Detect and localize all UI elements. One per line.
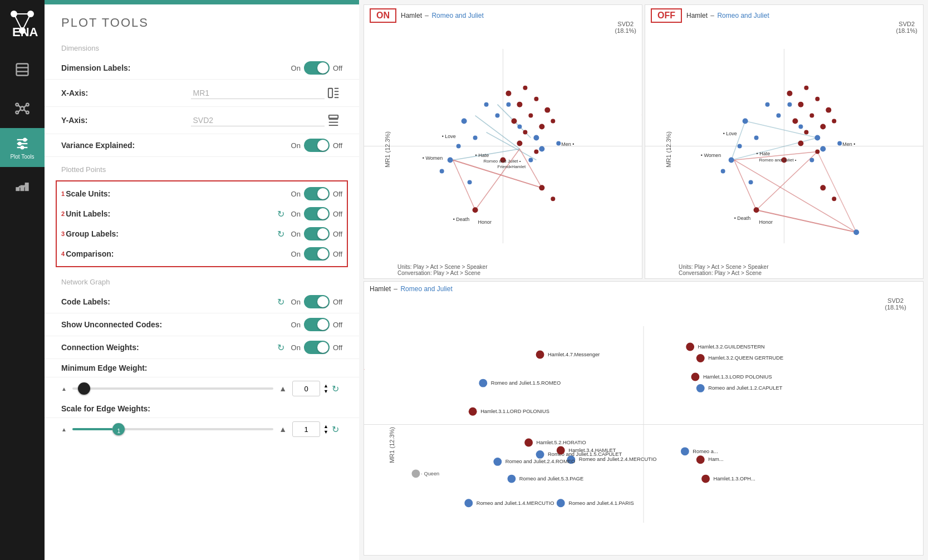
unit-labels-switch[interactable]: [304, 207, 330, 220]
svg-text:Hamlet.1.3.OPH...: Hamlet.1.3.OPH...: [714, 476, 755, 482]
rj-link[interactable]: Romeo and Juliet: [431, 12, 483, 19]
group-labels-switch[interactable]: [304, 227, 330, 240]
svg-point-98: [814, 135, 820, 141]
svg-point-112: [809, 114, 814, 118]
scale-edge-track[interactable]: [72, 428, 273, 430]
hamlet-link[interactable]: Hamlet: [401, 12, 422, 19]
nav-icon-layers[interactable]: [0, 50, 45, 89]
spinner-up[interactable]: ▲: [323, 384, 328, 389]
svg-point-156: [508, 475, 516, 483]
svg-point-64: [534, 97, 538, 101]
scale-spinner-down[interactable]: ▼: [323, 430, 328, 435]
variance-switch[interactable]: [304, 139, 330, 152]
rj-link-2[interactable]: Romeo and Juliet: [717, 12, 769, 19]
svg-line-18: [23, 109, 26, 112]
svg-text:Men •: Men •: [561, 142, 574, 148]
logo: ENA: [0, 0, 45, 45]
axis-y-top-left: SVD2(18.1%): [615, 21, 636, 34]
svg-point-58: [539, 146, 544, 152]
svg-point-115: [820, 124, 826, 130]
svg-point-12: [26, 104, 29, 106]
hamlet-link-3[interactable]: Hamlet: [370, 285, 391, 293]
svg-point-140: [691, 373, 700, 381]
axis-x-top-left: MR1 (12.3%): [384, 131, 391, 168]
svg-text:· Queen: · Queen: [421, 471, 439, 477]
svg-point-72: [534, 149, 538, 154]
arrow-left-bottom: →: [364, 363, 366, 375]
x-axis-icon[interactable]: [325, 84, 342, 102]
svg-point-56: [440, 169, 444, 173]
hamlet-link-2[interactable]: Hamlet: [686, 12, 708, 19]
spinner-down[interactable]: ▼: [323, 389, 328, 394]
nav-icon-chart[interactable]: [0, 167, 45, 206]
code-labels-refresh[interactable]: ↻: [277, 297, 284, 307]
min-edge-value[interactable]: 0: [292, 381, 320, 396]
svg-text:• Hate: • Hate: [475, 153, 489, 158]
svg-rect-7: [17, 64, 28, 76]
svg-text:Romeo and Juliet •: Romeo and Juliet •: [484, 159, 521, 164]
svg-point-71: [517, 141, 522, 146]
group-labels-row: 3 Group Labels: ↻ On Off: [61, 224, 342, 244]
svg-text:Romeo and Juliet •: Romeo and Juliet •: [759, 158, 797, 163]
axis-y-top-right: SVD2(18.1%): [896, 21, 917, 34]
min-edge-spinner[interactable]: 0 ▲ ▼ ↻: [292, 381, 342, 396]
svg-text:• Women: • Women: [701, 153, 721, 158]
scale-edge-knob[interactable]: [112, 423, 125, 435]
x-axis-input[interactable]: [191, 87, 325, 99]
svg-text:Hamlet.3.2.GUILDENSTERN: Hamlet.3.2.GUILDENSTERN: [698, 344, 765, 350]
dimension-labels-switch[interactable]: [304, 61, 330, 75]
svg-point-110: [815, 97, 819, 101]
toggle-on-label: On: [291, 64, 301, 72]
conn-weights-refresh[interactable]: ↻: [277, 342, 284, 353]
svg-text:Romeo and Juliet.5.3.PAGE: Romeo and Juliet.5.3.PAGE: [519, 476, 583, 482]
scale-units-switch[interactable]: [304, 187, 330, 200]
scale-spinner-up[interactable]: ▲: [323, 424, 328, 429]
min-edge-refresh[interactable]: ↻: [332, 384, 339, 394]
code-labels-switch[interactable]: [304, 295, 330, 308]
comparison-row: 4 Comparison: On Off: [61, 244, 342, 264]
scale-edge-spinner[interactable]: 1 ▲ ▼ ↻: [292, 421, 342, 437]
svg-point-122: [832, 197, 836, 201]
min-edge-knob[interactable]: [78, 382, 90, 395]
svg-point-166: [464, 499, 473, 507]
dimension-labels-label: Dimension Labels:: [61, 63, 291, 72]
y-axis-icon[interactable]: [325, 111, 342, 129]
min-edge-track[interactable]: [72, 387, 273, 390]
svg-rect-28: [328, 89, 332, 98]
svg-text:• Death: • Death: [453, 217, 470, 222]
rj-link-3[interactable]: Romeo and Juliet: [400, 285, 452, 293]
svg-text:Romeo and Juliet.4.1.PARIS: Romeo and Juliet.4.1.PARIS: [568, 500, 634, 506]
footer-conv-2: Conversation: Play > Act > Scene: [679, 270, 768, 276]
tri-small-2: ▲: [61, 426, 67, 433]
svg-text:• Women: • Women: [423, 155, 443, 161]
dimension-labels-toggle[interactable]: On Off: [291, 61, 342, 75]
scale-units-label: Scale Units:: [66, 189, 291, 198]
svg-point-76: [551, 197, 555, 201]
y-axis-input[interactable]: [191, 115, 325, 126]
nav-icon-plot-tools[interactable]: Plot Tools: [0, 128, 45, 167]
svg-point-75: [539, 185, 544, 190]
scale-edge-refresh[interactable]: ↻: [332, 424, 339, 435]
axis-x-bottom: MR1 (12.3%): [389, 427, 395, 463]
nav-icon-network[interactable]: [0, 89, 45, 128]
svg-point-100: [787, 102, 792, 107]
scale-edge-value[interactable]: 1: [292, 421, 320, 437]
connection-weights-row: Connection Weights: ↻ On Off: [45, 336, 359, 359]
variance-toggle[interactable]: On Off: [291, 139, 342, 152]
svg-text:• Death: • Death: [734, 215, 751, 221]
unconnected-switch[interactable]: [304, 318, 330, 331]
unit-labels-refresh[interactable]: ↻: [277, 209, 284, 219]
svg-point-63: [517, 102, 522, 107]
plot-bottom-title: Hamlet – Romeo and Juliet: [370, 285, 453, 293]
svg-text:Romeo and Juliet.1.4.MERCUTIO: Romeo and Juliet.1.4.MERCUTIO: [477, 500, 554, 506]
svg-point-49: [495, 114, 500, 118]
conn-weights-switch[interactable]: [304, 341, 330, 354]
svg-text:Romeo and Juliet.2.4.MERCUTIO: Romeo and Juliet.2.4.MERCUTIO: [579, 457, 657, 463]
group-labels-refresh[interactable]: ↻: [277, 229, 284, 239]
svg-point-114: [804, 130, 808, 135]
svg-point-96: [738, 144, 742, 149]
footer-units: Units: Play > Act > Scene > Speaker: [397, 264, 487, 270]
comparison-switch[interactable]: [304, 247, 330, 261]
svg-point-164: [701, 475, 710, 483]
variance-label: Variance Explained:: [61, 141, 291, 150]
